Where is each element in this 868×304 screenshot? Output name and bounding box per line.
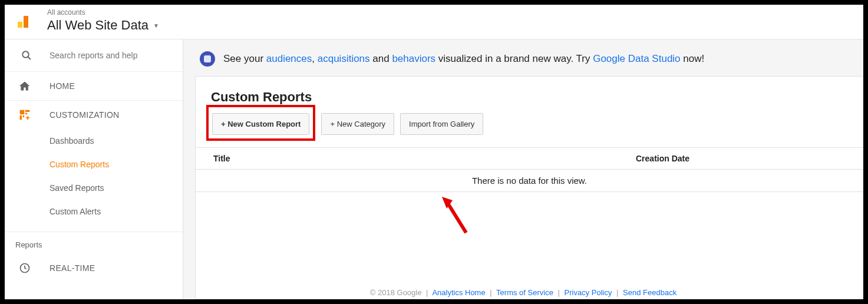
import-gallery-button[interactable]: Import from Gallery bbox=[400, 113, 483, 135]
search-row bbox=[5, 39, 183, 71]
svg-line-3 bbox=[28, 57, 31, 60]
svg-rect-7 bbox=[20, 115, 22, 120]
search-icon bbox=[21, 50, 32, 61]
search-input[interactable] bbox=[49, 51, 171, 60]
new-custom-report-button[interactable]: + New Custom Report bbox=[212, 113, 309, 135]
data-studio-icon bbox=[200, 51, 215, 67]
nav-customization-label: CUSTOMIZATION bbox=[49, 110, 120, 120]
nav-customization[interactable]: CUSTOMIZATION bbox=[5, 100, 183, 129]
svg-rect-5 bbox=[25, 110, 30, 112]
account-selector[interactable]: All accounts All Web Site Data ▼ bbox=[47, 8, 159, 33]
app-window: All accounts All Web Site Data ▼ H bbox=[5, 5, 863, 299]
chevron-down-icon: ▼ bbox=[153, 22, 159, 29]
main-content: See your audiences, acquisitions and beh… bbox=[183, 39, 863, 299]
footer-analytics-home[interactable]: Analytics Home bbox=[432, 288, 485, 297]
link-behaviors[interactable]: behaviors bbox=[392, 53, 435, 64]
sidebar: HOME CUSTOMIZATION Dashboards Custom Rep… bbox=[5, 39, 183, 299]
nav-home-label: HOME bbox=[49, 81, 75, 91]
sidebar-item-custom-reports[interactable]: Custom Reports bbox=[5, 153, 183, 176]
link-acquisitions[interactable]: acquisitions bbox=[318, 53, 370, 64]
sidebar-item-saved-reports[interactable]: Saved Reports bbox=[5, 176, 183, 200]
nav-realtime[interactable]: REAL-TIME bbox=[5, 254, 183, 282]
empty-state-message: There is no data for this view. bbox=[196, 170, 863, 192]
svg-rect-0 bbox=[18, 22, 22, 28]
link-data-studio[interactable]: Google Data Studio bbox=[593, 53, 680, 64]
nav-realtime-label: REAL-TIME bbox=[49, 263, 95, 273]
footer-feedback[interactable]: Send Feedback bbox=[623, 288, 676, 297]
footer-privacy[interactable]: Privacy Policy bbox=[565, 288, 612, 297]
highlight-annotation: + New Custom Report bbox=[206, 105, 315, 141]
sidebar-item-dashboards[interactable]: Dashboards bbox=[5, 129, 183, 153]
svg-rect-6 bbox=[25, 113, 27, 115]
column-creation-date: Creation Date bbox=[629, 148, 863, 169]
sidebar-item-custom-alerts[interactable]: Custom Alerts bbox=[5, 200, 183, 223]
header-subtitle: All accounts bbox=[47, 8, 159, 16]
home-icon bbox=[19, 80, 31, 92]
header-title: All Web Site Data bbox=[47, 18, 148, 33]
column-title: Title bbox=[196, 148, 629, 169]
new-category-button[interactable]: + New Category bbox=[321, 113, 394, 135]
table-header: Title Creation Date bbox=[196, 147, 863, 170]
banner-text: See your audiences, acquisitions and beh… bbox=[223, 53, 704, 65]
nav-home[interactable]: HOME bbox=[5, 71, 183, 100]
footer-terms[interactable]: Terms of Service bbox=[496, 288, 553, 297]
link-audiences[interactable]: audiences bbox=[266, 53, 312, 64]
svg-rect-4 bbox=[20, 110, 25, 115]
copyright: © 2018 Google bbox=[370, 288, 422, 297]
ga-logo-icon bbox=[15, 11, 34, 30]
header: All accounts All Web Site Data ▼ bbox=[5, 5, 863, 39]
button-row: + New Custom Report + New Category Impor… bbox=[196, 113, 863, 138]
svg-point-2 bbox=[22, 51, 29, 58]
clock-icon bbox=[19, 262, 31, 274]
promo-banner: See your audiences, acquisitions and beh… bbox=[195, 48, 863, 76]
svg-rect-8 bbox=[23, 115, 25, 117]
footer: © 2018 Google | Analytics Home | Terms o… bbox=[183, 288, 863, 297]
panel: Custom Reports + New Custom Report + New… bbox=[195, 76, 863, 299]
svg-rect-1 bbox=[24, 16, 28, 28]
customization-icon bbox=[19, 109, 31, 121]
reports-section-label: Reports bbox=[5, 232, 183, 254]
svg-rect-12 bbox=[204, 55, 211, 62]
